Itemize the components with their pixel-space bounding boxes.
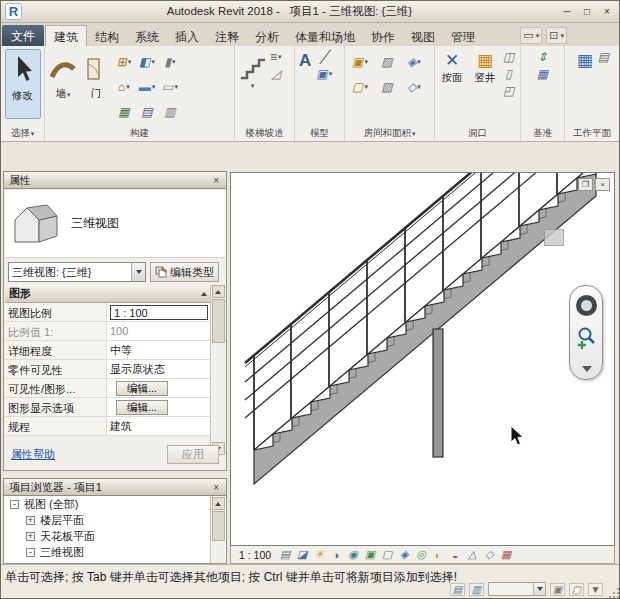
ramp-tool-icon[interactable]: ◿ [270,67,282,81]
editable-only-icon[interactable]: ▢ [569,583,584,596]
tree-expand-icon[interactable]: + [26,516,35,525]
tab-analyze[interactable]: 分析 [247,26,287,46]
collapse-section-icon[interactable] [201,292,207,296]
type-selector[interactable]: 三维视图: {三维} [8,262,146,282]
tab-manage[interactable]: 管理 [443,26,483,46]
tab-file[interactable]: 文件 [2,25,44,46]
tree-collapse-icon[interactable]: - [26,548,35,557]
tag-area-tool-icon[interactable]: ◇ [401,75,427,99]
model-text-button[interactable]: A [297,49,313,73]
maximize-button[interactable]: □ [577,4,597,20]
tree-item-ceiling-plans[interactable]: + 天花板平面 [4,528,226,544]
type-preview[interactable]: 三维视图 [5,190,225,258]
displacement-sets-icon[interactable]: ◇ [481,548,497,562]
set-workplane-button[interactable]: ▦ [575,49,595,73]
panel-options-icon[interactable]: ⊡ [546,27,567,44]
exclude-options-icon[interactable]: ▣ [550,583,565,596]
shadows-icon[interactable]: ◑ [328,548,344,562]
crop-view-icon[interactable]: ▣ [362,548,378,562]
column-tool-icon[interactable]: ▮ [159,50,181,74]
edit-type-button[interactable]: 编辑类型 [150,262,219,282]
filter-icon[interactable]: ▼ [588,583,603,596]
model-group-tool-icon[interactable]: ▣ [316,67,332,81]
revit-logo-icon[interactable]: R [5,3,22,20]
ceiling-tool-icon[interactable]: ▬ [136,75,158,99]
detail-level-icon[interactable]: ▤ [277,548,293,562]
analytical-model-icon[interactable]: △ [464,548,480,562]
properties-help-link[interactable]: 属性帮助 [11,447,55,462]
temporary-hide-isolate-icon[interactable]: ◎ [413,548,429,562]
view-restore-icon[interactable]: ❐ [578,178,593,191]
graphic-display-edit-button[interactable]: 编辑... [116,400,168,415]
scroll-up-icon[interactable] [212,285,225,298]
modify-button[interactable]: 修改 [5,49,41,119]
show-workplane-tool-icon[interactable]: ▤ [598,50,609,64]
navigation-bar[interactable] [569,285,603,380]
tab-collaborate[interactable]: 协作 [363,26,403,46]
constraints-icon[interactable]: ▦ [498,548,514,562]
properties-scrollbar[interactable] [210,285,225,455]
section-graphics[interactable]: 图形 [5,285,211,303]
crop-region-visibility-icon[interactable]: ▢ [379,548,395,562]
project-browser-close-icon[interactable]: × [211,482,221,493]
tree-item-floor-plans[interactable]: + 楼层平面 [4,512,226,528]
floor-tool-icon[interactable]: ▭ [159,75,181,99]
room-tool-icon[interactable]: ▣ [347,50,373,74]
tab-view[interactable]: 视图 [403,26,443,46]
curtain-grid-tool-icon[interactable]: ▤ [136,100,158,124]
navbar-chevron-icon[interactable] [582,366,592,372]
shaft-opening-button[interactable]: ▦ 竖井 [470,49,500,88]
view-scale-button[interactable]: 1 : 100 [234,549,276,561]
model-line-tool-icon[interactable]: ╱ [316,50,332,64]
door-button[interactable]: 门 [82,49,110,104]
tree-expand-icon[interactable]: + [26,532,35,541]
drawing-area[interactable]: ❐ × [230,172,615,546]
area-tool-icon[interactable]: ▢ [347,75,373,99]
railing-tool-icon[interactable]: ≡ [270,50,282,64]
grid-tool-icon[interactable]: ▦ [537,67,548,81]
minimize-button[interactable]: ─ [557,4,577,20]
design-options-icon[interactable]: ▥ [469,583,484,596]
close-button[interactable]: × [597,4,617,20]
tag-room-tool-icon[interactable]: ◈ [401,50,427,74]
room-separator-tool-icon[interactable]: ▨ [374,50,400,74]
mullion-tool-icon[interactable]: ▥ [159,100,181,124]
tree-item-views[interactable]: - 视图 (全部) [4,496,226,512]
render-dialog-icon[interactable]: ◉ [345,548,361,562]
wall-button[interactable]: 墙 [47,49,79,104]
tree-item-3d-views[interactable]: - 三维视图 [4,544,226,560]
reveal-hidden-icon[interactable]: ◐ [430,548,446,562]
railing-posts[interactable] [254,173,557,450]
tree-collapse-icon[interactable]: - [10,500,19,509]
area-boundary-tool-icon[interactable]: ▧ [374,75,400,99]
scroll-thumb[interactable] [212,299,225,343]
apply-button[interactable]: 应用 [167,445,219,464]
room-area-group-label[interactable]: 房间和面积 [345,127,434,140]
dormer-opening-tool-icon[interactable]: ◰ [503,84,514,98]
resize-grip[interactable] [609,588,619,598]
view-close-icon[interactable]: × [595,178,610,191]
selection-combo[interactable] [488,582,546,596]
view-lock-icon[interactable]: ◈ [396,548,412,562]
visual-style-icon[interactable]: ◪ [294,548,310,562]
detail-level-value[interactable]: 中等 [107,341,211,359]
window-tool-icon[interactable]: ⊞ [113,50,135,74]
tab-structure[interactable]: 结构 [87,26,127,46]
component-tool-icon[interactable]: ◧ [136,50,158,74]
level-tool-icon[interactable]: ⇕ [537,50,548,64]
worksharing-icon[interactable]: ▤ [450,583,465,596]
tab-annotate[interactable]: 注释 [207,26,247,46]
sun-path-icon[interactable]: ☀ [311,548,327,562]
select-group-label[interactable]: 选择 [1,127,44,140]
browser-scroll-up-icon[interactable] [212,497,225,510]
wall-opening-tool-icon[interactable]: ◫ [503,50,514,64]
tab-systems[interactable]: 系统 [127,26,167,46]
ribbon-display-toggle-icon[interactable]: ▭ [520,27,542,44]
selection-combo-arrow-icon[interactable] [533,583,545,595]
tab-insert[interactable]: 插入 [167,26,207,46]
roof-tool-icon[interactable]: ⌂ [113,75,135,99]
properties-close-icon[interactable]: × [211,175,221,186]
stair-button[interactable] [237,49,267,93]
tab-architecture[interactable]: 建筑 [45,25,87,46]
opening-by-face-button[interactable]: ✕ 按面 [437,49,467,88]
